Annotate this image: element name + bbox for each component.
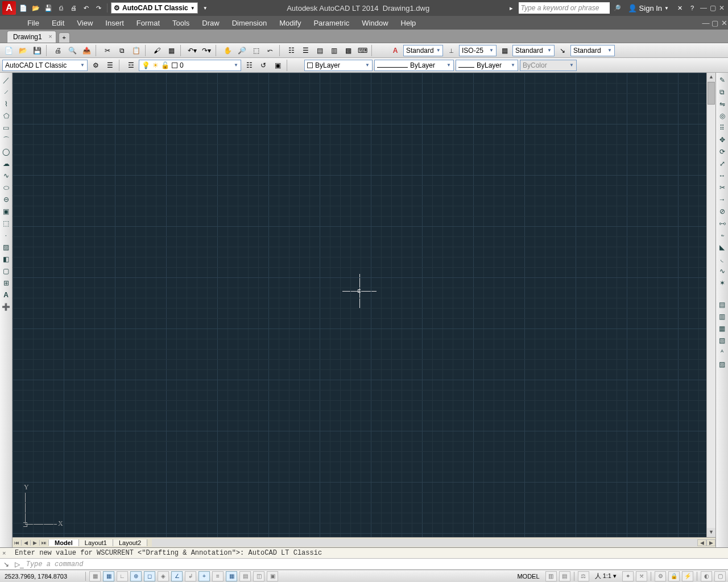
zoom-realtime-icon[interactable]: 🔎	[235, 45, 248, 56]
print-icon[interactable]: 🖨	[52, 45, 64, 56]
workspace-settings-icon[interactable]: ⚙	[89, 60, 102, 71]
extend-icon[interactable]: →	[717, 194, 727, 205]
cut-icon[interactable]: ✂	[101, 45, 114, 56]
annotation-visibility-icon[interactable]: ✦	[622, 571, 634, 581]
workspace-combo[interactable]: AutoCAD LT Classic▼	[2, 60, 88, 71]
menu-view[interactable]: View	[71, 19, 98, 27]
undo-icon[interactable]: ↶▾	[186, 45, 198, 56]
layer-previous-icon[interactable]: ↺	[257, 60, 270, 71]
draworder-back-icon[interactable]: ▥	[717, 311, 727, 322]
annoscale-icon[interactable]: ⚖	[578, 571, 589, 581]
hatchtoback-icon[interactable]: ▨	[717, 359, 727, 369]
block-editor-icon[interactable]: ▦	[165, 45, 177, 56]
qat-open-icon[interactable]: 📂	[31, 3, 41, 13]
scroll-up-icon[interactable]: ▲	[707, 73, 715, 82]
vertical-scrollbar[interactable]: ▲ ▼	[706, 73, 715, 537]
linetype-combo[interactable]: ByLayer▼	[374, 60, 454, 71]
break-at-point-icon[interactable]: ⊘	[717, 206, 727, 217]
otrack-button[interactable]: ∠	[171, 571, 183, 581]
draworder-front-icon[interactable]: ▤	[717, 300, 727, 310]
quickcalc-icon[interactable]: ⌨	[356, 45, 369, 56]
menu-dimension[interactable]: Dimension	[226, 19, 272, 27]
workspace-save-icon[interactable]: ☰	[104, 60, 116, 71]
circle-icon[interactable]: ◯	[1, 147, 11, 157]
layer-properties-manager-icon[interactable]: ☲	[125, 60, 137, 71]
quickview-layouts-icon[interactable]: ▥	[545, 571, 557, 581]
fillet-icon[interactable]: ◟	[717, 254, 727, 264]
menu-modify[interactable]: Modify	[274, 19, 307, 27]
close-button[interactable]: ✕	[718, 4, 726, 12]
layout-tab-layout2[interactable]: Layout2	[113, 539, 147, 546]
close-tab-icon[interactable]: ×	[48, 33, 52, 40]
signin-button[interactable]: 👤 Sign In ▼	[624, 4, 672, 13]
search-binoculars-icon[interactable]: 🔎	[612, 3, 622, 13]
draworder-above-icon[interactable]: ▦	[717, 323, 727, 334]
draworder-under-icon[interactable]: ▧	[717, 335, 727, 346]
menu-window[interactable]: Window	[356, 19, 394, 27]
qat-undo-icon[interactable]: ↶	[81, 3, 91, 13]
trim-icon[interactable]: ✂	[717, 182, 727, 193]
open-icon[interactable]: 📂	[16, 45, 29, 56]
polar-button[interactable]: ⊕	[130, 571, 142, 581]
layer-states-icon[interactable]: ☷	[243, 60, 255, 71]
insert-block-icon[interactable]: ▣	[1, 206, 11, 217]
menu-file[interactable]: File	[22, 19, 45, 27]
help-icon[interactable]: ?	[687, 3, 697, 13]
layout-tab-layout1[interactable]: Layout1	[79, 539, 113, 546]
move-icon[interactable]: ✥	[717, 135, 727, 145]
menu-edit[interactable]: Edit	[46, 19, 70, 27]
tool-palettes-icon[interactable]: ▤	[313, 45, 326, 56]
osnap-button[interactable]: ◻	[144, 571, 155, 581]
3dosnap-button[interactable]: ◈	[158, 571, 169, 581]
mtext-icon[interactable]: A	[1, 290, 11, 300]
coordinate-readout[interactable]: 2523.7969, 1784.8703	[2, 573, 82, 580]
save-icon[interactable]: 💾	[31, 45, 43, 56]
workspace-selector[interactable]: ⚙ AutoCAD LT Classic ▼	[111, 2, 198, 14]
qat-redo-icon[interactable]: ↷	[93, 3, 104, 13]
arc-icon[interactable]: ⌒	[1, 135, 11, 145]
qat-new-icon[interactable]: 📄	[18, 3, 28, 13]
copy-object-icon[interactable]: ⧉	[717, 87, 727, 97]
quickview-drawings-icon[interactable]: ▤	[559, 571, 570, 581]
scroll-down-icon[interactable]: ▼	[707, 528, 715, 537]
dyn-input-button[interactable]: +	[198, 571, 210, 581]
chamfer-icon[interactable]: ◣	[717, 242, 727, 252]
mdi-close-button[interactable]: ✕	[720, 19, 728, 27]
table-icon[interactable]: ⊞	[1, 278, 11, 288]
scale-icon[interactable]: ⤢	[717, 159, 727, 169]
copy-icon[interactable]: ⧉	[115, 45, 128, 56]
sc-button[interactable]: ◫	[253, 571, 264, 581]
annoscale-value[interactable]: 人 1:1 ▾	[592, 572, 620, 580]
mirror-icon[interactable]: ⇋	[717, 99, 727, 109]
layer-isolate-icon[interactable]: ▣	[271, 60, 284, 71]
am-button[interactable]: ▣	[267, 571, 278, 581]
qat-saveas-icon[interactable]: ⎙	[56, 3, 66, 13]
rectangle-icon[interactable]: ▭	[1, 123, 11, 133]
offset-icon[interactable]: ◎	[717, 111, 727, 121]
sheet-set-icon[interactable]: ▥	[328, 45, 340, 56]
polyline-icon[interactable]: ⌇	[1, 99, 11, 109]
dim-style-icon[interactable]: ⟂	[445, 45, 457, 56]
markup-icon[interactable]: ▩	[342, 45, 354, 56]
text-style-icon[interactable]: A	[389, 45, 402, 56]
menu-format[interactable]: Format	[131, 19, 166, 27]
toolbar-lock-icon[interactable]: 🔒	[668, 571, 680, 581]
gridmode-button[interactable]: ▦	[103, 571, 114, 581]
mleader-style-icon[interactable]: ↘	[556, 45, 569, 56]
join-icon[interactable]: ⧜	[717, 230, 727, 240]
dim-style-combo[interactable]: ISO-25▼	[459, 45, 497, 56]
autoscale-icon[interactable]: ⤧	[636, 571, 647, 581]
menu-insert[interactable]: Insert	[100, 19, 130, 27]
ellipse-icon[interactable]: ⬭	[1, 182, 11, 193]
break-icon[interactable]: ⧟	[717, 218, 727, 228]
rotate-icon[interactable]: ⟳	[717, 147, 727, 157]
app-logo-icon[interactable]: A	[2, 1, 16, 15]
make-block-icon[interactable]: ⬚	[1, 218, 11, 228]
pan-icon[interactable]: ✋	[221, 45, 234, 56]
mdi-minimize-button[interactable]: —	[702, 19, 710, 27]
menu-tools[interactable]: Tools	[167, 19, 195, 27]
xline-icon[interactable]: ⟋	[1, 87, 11, 97]
search-arrow-icon[interactable]: ▸	[506, 3, 516, 13]
polygon-icon[interactable]: ⬠	[1, 111, 11, 121]
exchange-apps-icon[interactable]: ✕	[675, 3, 685, 13]
